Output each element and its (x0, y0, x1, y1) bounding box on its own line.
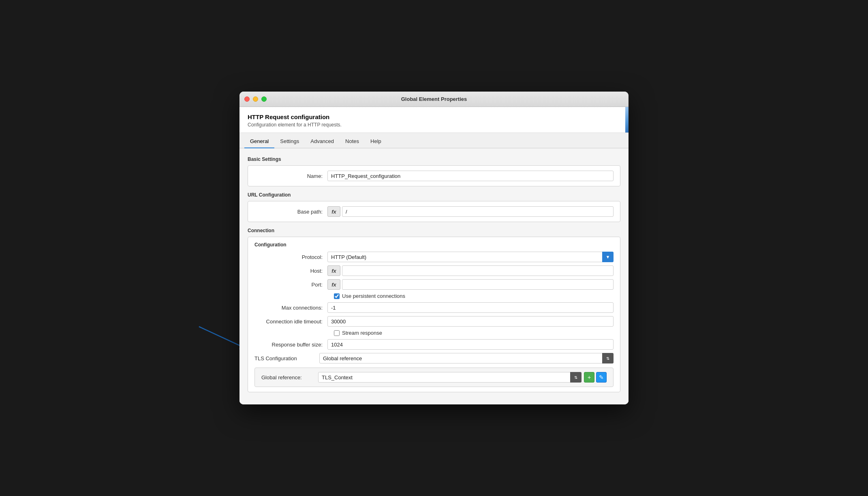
traffic-lights (244, 96, 267, 102)
tabs-bar: General Settings Advanced Notes Help (239, 133, 629, 148)
stream-response-row: Stream response (254, 330, 614, 336)
base-path-input[interactable] (342, 206, 614, 217)
connection-idle-field-row: Connection idle timeout: (254, 316, 614, 327)
close-button[interactable] (244, 96, 250, 102)
name-label: Name: (254, 173, 327, 179)
tab-general[interactable]: General (244, 135, 274, 148)
titlebar: Global Element Properties (239, 92, 629, 107)
port-label: Port: (254, 282, 327, 288)
edit-icon: ✎ (599, 374, 604, 381)
plus-icon: + (588, 374, 591, 381)
stream-response-label: Stream response (342, 330, 382, 336)
tls-config-row: TLS Configuration Global reference Edit … (254, 353, 614, 363)
maximize-button[interactable] (261, 96, 267, 102)
tls-select[interactable]: Global reference Edit inline (319, 353, 614, 363)
connection-idle-label: Connection idle timeout: (254, 319, 327, 325)
edit-button[interactable]: ✎ (596, 372, 607, 383)
global-ref-select[interactable]: TLS_Context (318, 372, 582, 383)
tab-advanced[interactable]: Advanced (305, 135, 340, 148)
response-buffer-field-row: Response buffer size: (254, 339, 614, 350)
base-path-field-row: Base path: fx (254, 206, 614, 217)
global-ref-label: Global reference: (261, 374, 318, 381)
host-input[interactable] (342, 265, 614, 276)
header-section: HTTP Request configuration Configuration… (239, 107, 629, 133)
basic-settings-box: Name: (248, 165, 620, 186)
protocol-select[interactable]: HTTP (Default) HTTPS (327, 252, 614, 262)
protocol-field-row: Protocol: HTTP (Default) HTTPS ▼ (254, 252, 614, 262)
response-buffer-input[interactable] (327, 339, 614, 350)
connection-title: Connection (248, 228, 620, 233)
global-ref-select-wrapper: TLS_Context ⇅ (318, 372, 582, 383)
response-buffer-label: Response buffer size: (254, 342, 327, 348)
max-connections-input[interactable] (327, 302, 614, 313)
tab-notes[interactable]: Notes (340, 135, 365, 148)
connection-box: Configuration Protocol: HTTP (Default) H… (248, 237, 620, 392)
tls-select-wrapper: Global reference Edit inline ⇅ (319, 353, 614, 363)
max-connections-label: Max connections: (254, 305, 327, 311)
base-path-label: Base path: (254, 209, 327, 215)
host-label: Host: (254, 268, 327, 274)
config-subtitle: Configuration element for a HTTP request… (248, 122, 620, 128)
url-config-box: Base path: fx (248, 201, 620, 222)
blue-accent-decoration (625, 107, 629, 133)
add-button[interactable]: + (584, 372, 594, 383)
protocol-select-wrapper: HTTP (Default) HTTPS ▼ (327, 252, 614, 262)
base-path-fx-button[interactable]: fx (327, 206, 340, 217)
port-field-row: Port: fx (254, 279, 614, 290)
port-input[interactable] (342, 279, 614, 290)
global-ref-row: Global reference: TLS_Context ⇅ + (254, 368, 614, 387)
stream-response-checkbox[interactable] (334, 330, 340, 336)
tab-help[interactable]: Help (365, 135, 387, 148)
host-fx-button[interactable]: fx (327, 265, 340, 276)
main-window: Global Element Properties HTTP Request c… (239, 92, 629, 404)
host-field-row: Host: fx (254, 265, 614, 276)
name-input[interactable] (327, 171, 614, 181)
connection-idle-input[interactable] (327, 316, 614, 327)
window-content: HTTP Request configuration Configuration… (239, 107, 629, 404)
persistent-connections-row: Use persistent connections (254, 293, 614, 299)
action-buttons: + ✎ (584, 372, 607, 383)
window-title: Global Element Properties (401, 96, 467, 102)
max-connections-field-row: Max connections: (254, 302, 614, 313)
main-content: Basic Settings Name: URL Configuration B… (239, 148, 629, 404)
name-field-row: Name: (254, 171, 614, 181)
persistent-connections-checkbox[interactable] (334, 293, 340, 299)
url-config-title: URL Configuration (248, 192, 620, 198)
basic-settings-title: Basic Settings (248, 156, 620, 162)
tls-config-label: TLS Configuration (254, 355, 319, 361)
config-title: HTTP Request configuration (248, 113, 620, 120)
port-fx-button[interactable]: fx (327, 279, 340, 290)
configuration-subtitle: Configuration (254, 242, 614, 248)
minimize-button[interactable] (253, 96, 258, 102)
persistent-connections-label: Use persistent connections (342, 293, 405, 299)
tab-settings[interactable]: Settings (274, 135, 305, 148)
protocol-label: Protocol: (254, 254, 327, 260)
